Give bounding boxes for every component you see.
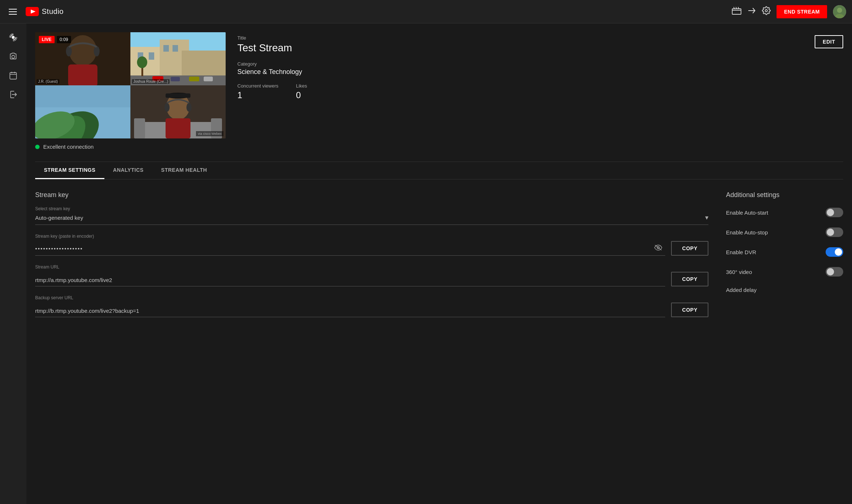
concurrent-viewers-label: Concurrent viewers xyxy=(237,83,278,89)
tab-stream-health[interactable]: STREAM HEALTH xyxy=(152,162,216,179)
youtube-icon xyxy=(26,7,39,16)
svg-rect-27 xyxy=(149,52,154,60)
avatar[interactable] xyxy=(833,5,846,18)
cell-1-label: J.R. (Guest) xyxy=(37,79,59,84)
sidebar xyxy=(0,23,26,504)
360-video-label: 360° video xyxy=(726,269,752,275)
connection-status: Excellent connection xyxy=(35,144,226,150)
svg-rect-13 xyxy=(10,73,16,79)
stream-url-value: rtmp://a.rtmp.youtube.com/live2 xyxy=(35,277,665,283)
auto-stop-toggle[interactable] xyxy=(826,227,843,237)
select-wrapper[interactable]: Auto-generated key ▾ xyxy=(35,214,708,225)
stream-info: Title Test Stream EDIT Category Science … xyxy=(237,32,843,150)
backup-input-wrapper: rtmp://b.rtmp.youtube.com/live2?backup=1 xyxy=(35,308,665,317)
stream-key-field-row: •••••••••••••••••• COPY xyxy=(35,241,708,256)
svg-rect-32 xyxy=(171,77,180,81)
auto-start-knob xyxy=(827,209,834,216)
svg-point-18 xyxy=(69,35,97,66)
copy-backup-url-button[interactable]: COPY xyxy=(671,303,708,317)
backup-url-label: Backup server URL xyxy=(35,295,708,300)
concurrent-viewers-stat: Concurrent viewers 1 xyxy=(237,83,278,100)
stream-title: Test Stream xyxy=(237,42,292,54)
svg-point-36 xyxy=(137,56,147,68)
sidebar-item-exit[interactable] xyxy=(0,86,26,103)
svg-rect-2 xyxy=(732,9,741,14)
auto-start-toggle[interactable] xyxy=(826,208,843,217)
calendar-icon xyxy=(9,71,18,80)
main-content: LIVE 0:09 J.R. (Guest) xyxy=(26,23,852,504)
live-time: 0:09 xyxy=(57,36,71,43)
webex-label: via cisco Webex xyxy=(196,131,223,136)
key-value: •••••••••••••••••• xyxy=(35,245,654,252)
svg-rect-44 xyxy=(134,118,145,138)
svg-point-21 xyxy=(94,46,100,56)
auto-stop-row: Enable Auto-stop xyxy=(726,227,843,237)
svg-rect-51 xyxy=(166,93,190,98)
stream-category: Science & Technology xyxy=(237,68,843,76)
logo: Studio xyxy=(26,7,64,16)
stream-key-field: •••••••••••••••••• xyxy=(35,245,665,256)
select-value: Auto-generated key xyxy=(35,215,705,221)
chevron-down-icon: ▾ xyxy=(705,214,708,222)
additional-settings-title: Additional settings xyxy=(726,191,843,199)
360-video-row: 360° video xyxy=(726,267,843,277)
backup-url-field: rtmp://b.rtmp.youtube.com/live2?backup=1 xyxy=(35,308,665,317)
svg-rect-47 xyxy=(166,118,190,138)
svg-rect-34 xyxy=(204,77,213,81)
svg-rect-19 xyxy=(68,64,97,85)
clapperboard-icon[interactable] xyxy=(732,7,741,17)
select-stream-key-group: Select stream key Auto-generated key ▾ xyxy=(35,206,708,225)
tabs: STREAM SETTINGS ANALYTICS STREAM HEALTH xyxy=(35,162,843,179)
copy-stream-url-button[interactable]: COPY xyxy=(671,272,708,286)
live-tag: LIVE xyxy=(39,36,55,43)
likes-stat: Likes 0 xyxy=(296,83,307,100)
svg-rect-41 xyxy=(35,85,130,107)
dvr-toggle[interactable] xyxy=(826,247,843,257)
visibility-toggle-icon[interactable] xyxy=(654,245,662,252)
copy-stream-key-button[interactable]: COPY xyxy=(671,241,708,256)
concurrent-viewers-value: 1 xyxy=(237,90,278,100)
exit-icon xyxy=(9,90,18,99)
share-icon[interactable] xyxy=(747,7,756,17)
tab-stream-settings[interactable]: STREAM SETTINGS xyxy=(35,162,104,179)
svg-rect-29 xyxy=(173,45,178,52)
tabs-section: STREAM SETTINGS ANALYTICS STREAM HEALTH xyxy=(35,162,843,179)
edit-button[interactable]: EDIT xyxy=(815,35,843,48)
live-broadcast-icon xyxy=(9,33,18,42)
svg-rect-33 xyxy=(189,77,199,81)
dvr-knob xyxy=(835,248,842,256)
stream-url-field-row: rtmp://a.rtmp.youtube.com/live2 COPY xyxy=(35,272,708,286)
stream-key-section-title: Stream key xyxy=(35,191,708,199)
auto-start-label: Enable Auto-start xyxy=(726,210,768,216)
sidebar-item-live[interactable] xyxy=(0,29,26,45)
select-label: Select stream key xyxy=(35,206,708,211)
end-stream-button[interactable]: END STREAM xyxy=(777,5,827,18)
tab-analytics[interactable]: ANALYTICS xyxy=(104,162,152,179)
sidebar-item-camera[interactable] xyxy=(0,48,26,64)
stream-url-label: Stream URL xyxy=(35,264,708,270)
title-label: Title xyxy=(237,35,292,41)
cell-2-label: Joshua Roule (Cre...) xyxy=(132,79,170,84)
hamburger-menu[interactable] xyxy=(6,6,20,18)
added-delay-row: Added delay xyxy=(726,287,843,293)
sidebar-item-calendar[interactable] xyxy=(0,67,26,84)
video-cell-1: LIVE 0:09 J.R. (Guest) xyxy=(35,32,130,85)
svg-point-11 xyxy=(12,36,15,39)
settings-icon[interactable] xyxy=(762,6,771,17)
video-grid: LIVE 0:09 J.R. (Guest) xyxy=(35,32,226,138)
360-video-toggle[interactable] xyxy=(826,267,843,277)
stream-url-field: rtmp://a.rtmp.youtube.com/live2 xyxy=(35,277,665,286)
360-video-knob xyxy=(827,268,834,275)
category-label: Category xyxy=(237,61,843,67)
studio-label: Studio xyxy=(42,7,64,16)
dvr-row: Enable DVR xyxy=(726,247,843,257)
svg-point-48 xyxy=(164,103,170,112)
svg-rect-28 xyxy=(163,45,169,52)
key-input-wrapper: •••••••••••••••••• xyxy=(35,245,665,256)
backup-url-group: Backup server URL rtmp://b.rtmp.youtube.… xyxy=(35,295,708,317)
video-container: LIVE 0:09 J.R. (Guest) xyxy=(35,32,226,150)
tab-content: Stream key Select stream key Auto-genera… xyxy=(35,179,843,326)
likes-value: 0 xyxy=(296,90,307,100)
likes-label: Likes xyxy=(296,83,307,89)
url-input-wrapper: rtmp://a.rtmp.youtube.com/live2 xyxy=(35,277,665,286)
